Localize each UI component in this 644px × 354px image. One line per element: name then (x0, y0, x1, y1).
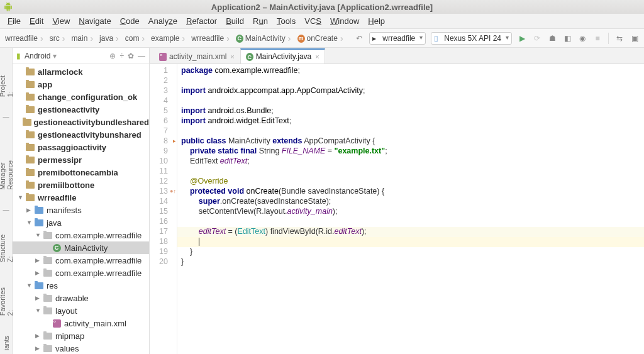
tree-item[interactable]: app (13, 78, 149, 91)
back-button[interactable]: ↶ (353, 33, 365, 44)
left-tool-strip: 1: Project — Resource Manager — Z: Struc… (0, 48, 13, 354)
xml-icon (159, 53, 167, 60)
menu-navigate[interactable]: Navigate (75, 15, 114, 27)
menu-tools[interactable]: Tools (273, 15, 299, 27)
project-tool-window: ▮ Android ⊕ ÷ ✿ — allarmclockappchange_c… (13, 48, 150, 354)
tree-item[interactable]: gestioneactivitybundleshared (13, 116, 149, 128)
tree-item[interactable]: ▶mipmap (13, 329, 149, 342)
breadcrumb[interactable]: java (97, 33, 121, 43)
collapse-icon[interactable]: ÷ (119, 52, 124, 60)
main-menu: File Edit View Navigate Code Analyze Ref… (0, 14, 644, 29)
editor: activity_main.xml× CMainActivity.java× 1… (150, 48, 644, 354)
breadcrumb[interactable]: com (123, 33, 147, 43)
tree-item[interactable]: gestioneactivity (13, 103, 149, 116)
code-editor[interactable]: 12345678▸910111213●↑14151617181920 packa… (150, 64, 644, 354)
breadcrumb[interactable]: monCreate (295, 33, 346, 43)
editor-tab-bar: activity_main.xml× CMainActivity.java× (150, 48, 644, 64)
tree-item[interactable]: ▶com.example.wrreadfile (13, 254, 149, 267)
menu-build[interactable]: Build (222, 15, 248, 27)
breadcrumb[interactable]: wrreadfile (189, 33, 232, 43)
project-view-header: ▮ Android ⊕ ÷ ✿ — (13, 48, 149, 64)
editor-tab[interactable]: CMainActivity.java× (240, 48, 325, 64)
project-tree[interactable]: allarmclockappchange_configuration_okges… (13, 64, 149, 354)
breadcrumb[interactable]: src (47, 33, 68, 43)
tree-item[interactable]: ▼com.example.wrreadfile (13, 229, 149, 241)
project-view-selector[interactable]: Android (25, 52, 57, 60)
navigation-bar: wrreadfile src main java com example wrr… (0, 29, 644, 48)
variants-tab[interactable]: iants (1, 332, 11, 354)
apply-changes-button[interactable]: ⟳ (531, 33, 543, 44)
tree-item[interactable]: gestioneactivitybunshared (13, 128, 149, 141)
breadcrumb[interactable]: CMainActivity (233, 33, 294, 43)
stop-button[interactable]: ■ (592, 33, 603, 44)
menu-help[interactable]: Help (364, 15, 389, 27)
breadcrumb[interactable]: main (69, 33, 96, 43)
minimize-icon[interactable]: — (3, 206, 9, 213)
run-config-dropdown[interactable]: ▸wrreadfile (369, 32, 426, 45)
tree-item[interactable]: ▼java (13, 216, 149, 229)
phone-icon: ▯ (434, 34, 438, 43)
android-logo-icon (4, 3, 13, 11)
editor-tab[interactable]: activity_main.xml× (153, 48, 240, 64)
menu-view[interactable]: View (48, 15, 74, 27)
tree-item[interactable]: ▶manifests (13, 204, 149, 216)
breadcrumb[interactable]: wrreadfile (3, 33, 46, 43)
menu-file[interactable]: File (4, 15, 25, 27)
tree-item[interactable]: permessipr (13, 153, 149, 166)
attach-button[interactable]: ◉ (577, 33, 588, 44)
menu-code[interactable]: Code (116, 15, 143, 27)
project-tool-tab[interactable]: 1: Project (0, 67, 15, 101)
tree-item[interactable]: premiilbottone (13, 179, 149, 191)
tree-item[interactable]: ▶values (13, 342, 149, 354)
profile-button[interactable]: ◧ (562, 33, 573, 44)
hide-icon[interactable]: — (138, 52, 145, 60)
menu-run[interactable]: Run (249, 15, 272, 27)
android-icon: ▮ (16, 52, 21, 60)
tree-item[interactable]: ▼layout (13, 304, 149, 317)
settings-icon[interactable]: ✿ (128, 52, 134, 60)
line-gutter: 12345678▸910111213●↑14151617181920 (150, 64, 177, 354)
tree-item[interactable]: change_configuration_ok (13, 91, 149, 103)
tree-item[interactable]: ▶drawable (13, 292, 149, 304)
close-icon[interactable]: × (315, 53, 319, 60)
menu-edit[interactable]: Edit (26, 15, 47, 27)
class-icon: C (246, 53, 253, 60)
tree-item[interactable]: CMainActivity (13, 241, 149, 254)
window-title: Application2 – MainActivity.java [Applic… (211, 3, 433, 12)
device-dropdown[interactable]: ▯Nexus 5X API 24 (431, 32, 512, 45)
menu-refactor[interactable]: Refactor (182, 15, 221, 27)
close-icon[interactable]: × (230, 53, 234, 60)
select-opened-icon[interactable]: ⊕ (109, 52, 116, 60)
sync-button[interactable]: ⇆ (614, 33, 625, 44)
tree-item[interactable]: ▶com.example.wrreadfile (13, 267, 149, 279)
debug-button[interactable]: ☗ (547, 33, 558, 44)
run-button[interactable]: ▶ (516, 33, 528, 44)
structure-tab[interactable]: Z: Structure (0, 226, 15, 266)
menu-vcs[interactable]: VCS (301, 15, 325, 27)
code-area[interactable]: package com.example.wrreadfile; import a… (177, 64, 644, 354)
tree-item[interactable]: ▼wrreadfile (13, 191, 149, 204)
avd-button[interactable]: ▣ (629, 33, 640, 44)
tree-item[interactable]: allarmclock (13, 65, 149, 78)
favorites-tab[interactable]: 2: Favorites (0, 279, 15, 319)
breadcrumb[interactable]: example (148, 33, 187, 43)
menu-window[interactable]: Window (326, 15, 363, 27)
tree-item[interactable]: passaggioactivity (13, 141, 149, 153)
tree-item[interactable]: activity_main.xml (13, 317, 149, 329)
minimize-icon[interactable]: — (3, 113, 9, 120)
android-icon: ▸ (372, 34, 376, 43)
window-titlebar: Application2 – MainActivity.java [Applic… (0, 0, 644, 14)
resource-manager-tab[interactable]: Resource Manager (0, 133, 15, 194)
menu-analyze[interactable]: Analyze (145, 15, 181, 27)
tree-item[interactable]: premibottonecambia (13, 166, 149, 179)
tree-item[interactable]: ▼res (13, 279, 149, 292)
